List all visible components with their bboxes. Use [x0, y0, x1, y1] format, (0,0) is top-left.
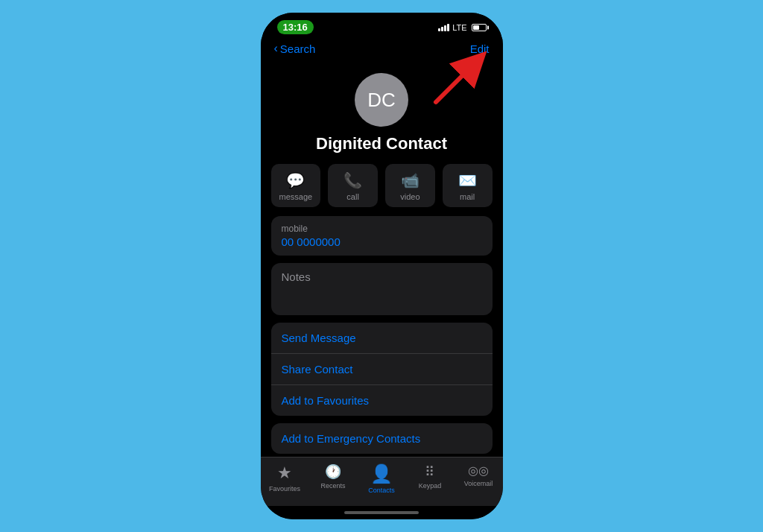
- voicemail-label: Voicemail: [464, 480, 493, 487]
- edit-button[interactable]: Edit: [470, 42, 490, 55]
- message-label: message: [279, 192, 313, 201]
- mobile-label: mobile: [282, 224, 482, 234]
- notes-row: Notes: [271, 263, 493, 315]
- action-list: Send Message Share Contact Add to Favour…: [271, 323, 493, 416]
- nav-bar: ‹ Search Edit: [261, 37, 503, 61]
- call-label: call: [346, 192, 359, 201]
- contacts-icon: 👤: [370, 463, 393, 484]
- phone-frame: 13:16 LTE ‹ Search Edit DC Dignited Cont…: [261, 13, 503, 519]
- voicemail-icon: ◎◎: [468, 463, 489, 478]
- status-bar: 13:16 LTE: [261, 13, 503, 37]
- video-button[interactable]: 📹 video: [385, 164, 435, 207]
- notes-label: Notes: [282, 270, 482, 283]
- tab-bar: ★ Favourites 🕐 Recents 👤 Contacts ⠿ Keyp…: [261, 457, 503, 506]
- video-icon: 📹: [401, 171, 420, 189]
- call-button[interactable]: 📞 call: [328, 164, 378, 207]
- contact-name: Dignited Contact: [316, 134, 447, 153]
- keypad-label: Keypad: [419, 482, 442, 490]
- share-contact-item[interactable]: Share Contact: [271, 354, 493, 385]
- tab-recents[interactable]: 🕐 Recents: [309, 463, 358, 494]
- scroll-content: mobile 00 0000000 Notes Send Message Sha…: [261, 216, 503, 457]
- phone-card: mobile 00 0000000: [271, 216, 493, 256]
- recents-icon: 🕐: [325, 463, 341, 480]
- recents-label: Recents: [320, 482, 345, 490]
- send-message-item[interactable]: Send Message: [271, 323, 493, 354]
- status-icons: LTE: [438, 23, 486, 32]
- mail-label: mail: [460, 192, 475, 201]
- keypad-icon: ⠿: [425, 463, 435, 480]
- status-time: 13:16: [277, 20, 314, 34]
- favourites-label: Favourites: [269, 485, 300, 493]
- battery-icon: [472, 24, 487, 31]
- message-button[interactable]: 💬 message: [271, 164, 321, 207]
- battery-fill: [473, 25, 480, 30]
- tab-voicemail[interactable]: ◎◎ Voicemail: [455, 463, 503, 494]
- notes-card: Notes: [271, 263, 493, 315]
- phone-number[interactable]: 00 0000000: [282, 235, 482, 248]
- contact-header: DC Dignited Contact: [261, 61, 503, 164]
- signal-bars: [438, 23, 449, 31]
- message-icon: 💬: [286, 171, 305, 189]
- signal-bar-3: [444, 25, 446, 31]
- signal-bar-4: [447, 24, 449, 31]
- mail-button[interactable]: ✉️ mail: [443, 164, 493, 207]
- add-to-favourites-item[interactable]: Add to Favourites: [271, 385, 493, 416]
- emergency-contacts-card: Add to Emergency Contacts: [271, 423, 493, 454]
- home-indicator: [261, 506, 503, 519]
- back-button[interactable]: ‹ Search: [274, 42, 316, 55]
- tab-favourites[interactable]: ★ Favourites: [261, 463, 309, 494]
- back-label: Search: [280, 42, 316, 55]
- chevron-left-icon: ‹: [274, 42, 278, 55]
- tab-keypad[interactable]: ⠿ Keypad: [406, 463, 455, 494]
- home-bar: [344, 511, 419, 514]
- mobile-row: mobile 00 0000000: [271, 216, 493, 256]
- avatar: DC: [355, 73, 408, 127]
- favourites-icon: ★: [277, 463, 292, 483]
- mail-icon: ✉️: [458, 171, 477, 189]
- video-label: video: [400, 192, 420, 201]
- signal-bar-1: [438, 28, 440, 31]
- lte-label: LTE: [452, 23, 466, 32]
- tab-contacts[interactable]: 👤 Contacts: [358, 463, 406, 494]
- add-to-emergency-contacts-item[interactable]: Add to Emergency Contacts: [271, 423, 493, 454]
- action-row: 💬 message 📞 call 📹 video ✉️ mail: [261, 164, 503, 216]
- contacts-label: Contacts: [368, 487, 395, 494]
- call-icon: 📞: [343, 171, 362, 189]
- signal-bar-2: [441, 27, 443, 31]
